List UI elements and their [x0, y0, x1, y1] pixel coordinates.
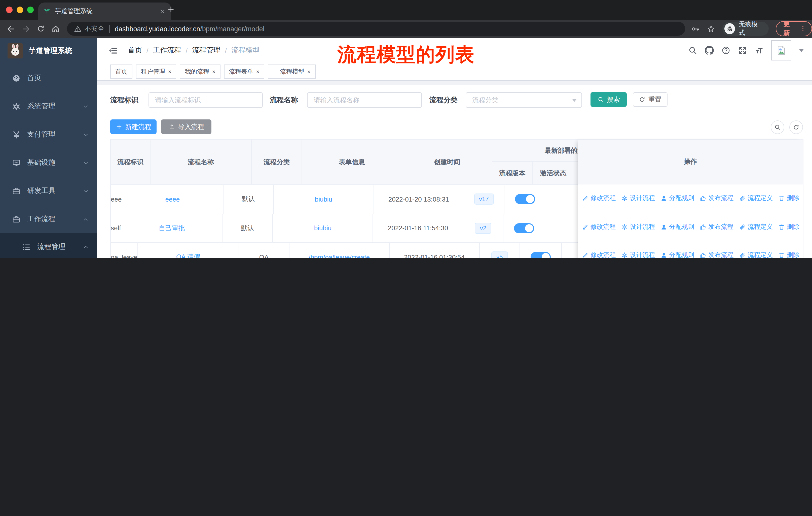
breadcrumb-item[interactable]: 工作流程 [153, 46, 181, 55]
avatar-caret-icon[interactable] [799, 49, 804, 52]
sidebar-item[interactable]: 研发工具 [0, 177, 97, 205]
action-link[interactable]: 设计流程 [621, 251, 655, 258]
action-link[interactable]: 删除 [778, 251, 800, 258]
show-search-button[interactable] [771, 120, 784, 134]
filter-id-input[interactable]: 请输入流程标识 [148, 92, 263, 108]
breadcrumb-item[interactable]: 流程模型 [231, 46, 260, 55]
flow-name-link[interactable]: eeee [165, 195, 180, 203]
version-badge[interactable]: v2 [475, 223, 491, 234]
avatar[interactable] [771, 40, 791, 60]
version-badge[interactable]: v17 [474, 194, 494, 205]
help-icon[interactable] [721, 46, 730, 55]
filter-category-select[interactable]: 流程分类 [466, 92, 582, 108]
search-button[interactable]: 搜索 [590, 92, 627, 107]
back-icon[interactable] [6, 24, 15, 33]
action-link[interactable]: 流程定义 [739, 223, 773, 231]
action-icon [621, 224, 628, 230]
bookmark-star-icon[interactable] [706, 24, 715, 33]
action-link[interactable]: 分配规则 [661, 194, 694, 203]
action-link[interactable]: 流程定义 [739, 251, 773, 258]
key-icon[interactable] [691, 24, 699, 33]
tag-close-icon[interactable]: × [212, 69, 215, 74]
tag-close-icon[interactable]: × [168, 69, 171, 74]
action-link[interactable]: 分配规则 [661, 251, 694, 258]
window-close-button[interactable] [6, 6, 12, 13]
github-icon[interactable] [705, 46, 714, 55]
reset-button[interactable]: 重置 [633, 92, 668, 107]
fullscreen-icon[interactable] [738, 46, 747, 55]
tag-close-icon[interactable]: × [307, 69, 311, 74]
forward-icon[interactable] [22, 24, 30, 33]
window-controls [6, 6, 34, 13]
version-badge[interactable]: v5 [491, 252, 508, 258]
action-link[interactable]: 删除 [778, 223, 800, 231]
reload-icon[interactable] [37, 25, 45, 33]
action-link[interactable]: 设计流程 [621, 194, 655, 203]
sidebar-item[interactable]: 系统管理 [0, 92, 97, 120]
window-zoom-button[interactable] [27, 6, 34, 13]
action-link[interactable]: 修改流程 [582, 251, 616, 258]
tag[interactable]: 流程模型 × [268, 64, 316, 79]
sidebar-item[interactable]: 流程管理 [0, 233, 97, 258]
action-link[interactable]: 分配规则 [661, 223, 694, 231]
home-icon[interactable] [51, 24, 60, 33]
form-info-link[interactable]: biubiu [315, 195, 332, 203]
active-toggle[interactable] [514, 223, 534, 233]
active-toggle[interactable] [515, 194, 535, 204]
sidebar-item-icon [12, 187, 21, 195]
tag-close-icon[interactable]: × [256, 69, 260, 74]
active-dot [273, 70, 277, 74]
cell-form: biubiu [273, 185, 374, 213]
action-label: 流程定义 [748, 223, 773, 231]
action-link[interactable]: 设计流程 [621, 223, 655, 231]
form-info-link[interactable]: biubiu [314, 224, 331, 232]
import-flow-button[interactable]: 导入流程 [161, 119, 211, 134]
search-icon[interactable] [688, 46, 697, 55]
tab-close-icon[interactable] [158, 7, 166, 15]
sidebar-item[interactable]: 基础设施 [0, 148, 97, 177]
window-minimize-button[interactable] [17, 6, 23, 13]
action-label: 删除 [787, 194, 800, 203]
col-header-created: 创建时间 [402, 140, 492, 184]
create-flow-button[interactable]: 新建流程 [110, 119, 156, 134]
action-icon [582, 195, 588, 202]
browser-tab[interactable]: 芋道管理系统 [38, 2, 171, 20]
tag[interactable]: 流程表单 × [224, 64, 265, 79]
app-title: 芋道管理系统 [29, 46, 72, 55]
form-info-link[interactable]: /bpm/oa/leave/create [309, 253, 370, 258]
sidebar-item[interactable]: 首页 [0, 64, 97, 92]
action-link[interactable]: 修改流程 [582, 223, 616, 231]
sidebar-item-label: 基础设施 [27, 158, 55, 167]
address-bar[interactable]: 不安全 dashboard.yudao.iocoder.cn/bpm/manag… [67, 22, 685, 36]
action-link[interactable]: 发布流程 [700, 194, 733, 203]
sidebar-item[interactable]: 支付管理 [0, 120, 97, 148]
action-link[interactable]: 修改流程 [582, 194, 616, 203]
action-link[interactable]: 流程定义 [739, 194, 773, 203]
action-link[interactable]: 发布流程 [700, 251, 733, 258]
flow-name-link[interactable]: OA 请假 [176, 253, 200, 258]
refresh-table-button[interactable] [789, 120, 803, 134]
hamburger-fold-icon[interactable] [108, 46, 118, 55]
flow-name-link[interactable]: 自己审批 [158, 224, 185, 233]
new-tab-button[interactable] [167, 5, 175, 13]
breadcrumb-item[interactable]: 流程管理 [192, 46, 221, 55]
header-actions [688, 38, 804, 63]
filter-name-input[interactable]: 请输入流程名称 [307, 92, 422, 108]
cell-active [520, 243, 562, 258]
cell-created: 2022-01-16 01:30:54 [389, 243, 480, 258]
tag[interactable]: 首页 [110, 64, 133, 79]
kebab-menu-icon[interactable] [800, 25, 807, 33]
tag[interactable]: 租户管理 × [136, 64, 176, 79]
reset-button-label: 重置 [648, 95, 662, 104]
breadcrumb-item[interactable]: 首页 [128, 46, 142, 55]
security-warning-icon[interactable] [74, 25, 82, 32]
update-button[interactable]: 更新 [776, 21, 812, 36]
update-label: 更新 [783, 20, 795, 38]
app-logo[interactable]: 芋道管理系统 [0, 38, 97, 64]
action-link[interactable]: 删除 [778, 194, 800, 203]
font-size-icon[interactable] [755, 46, 764, 55]
tag[interactable]: 我的流程 × [180, 64, 221, 79]
sidebar-item[interactable]: 工作流程 [0, 205, 97, 233]
action-link[interactable]: 发布流程 [700, 223, 733, 231]
active-toggle[interactable] [530, 252, 551, 258]
